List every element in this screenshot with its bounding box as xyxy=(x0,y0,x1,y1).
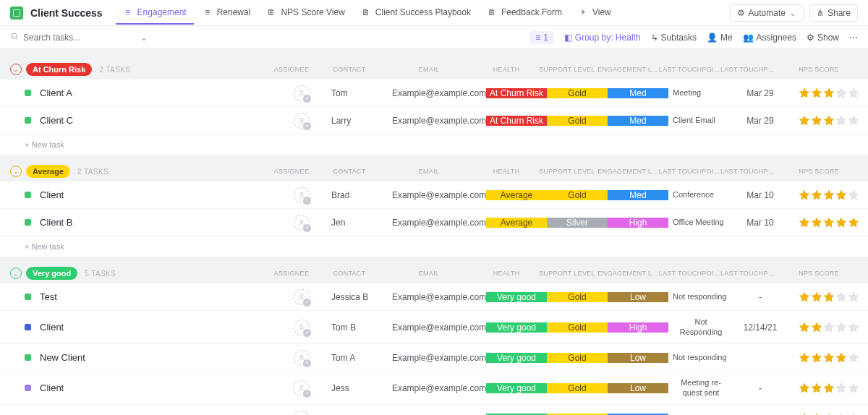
contact-cell[interactable]: Tom xyxy=(327,88,392,98)
task-name[interactable]: Client xyxy=(40,382,276,393)
assignee-cell[interactable] xyxy=(276,350,327,366)
engagement-cell[interactable]: Med xyxy=(608,88,668,98)
task-name[interactable]: New Client xyxy=(40,352,276,363)
email-cell[interactable]: Example@example.com xyxy=(392,322,486,333)
nps-cell[interactable] xyxy=(790,291,868,303)
column-header[interactable]: ENGAGEMENT L... xyxy=(597,168,658,175)
column-header[interactable]: CONTACT xyxy=(317,66,382,73)
support-cell[interactable]: Gold xyxy=(547,88,608,98)
column-header[interactable]: NPS SCORE xyxy=(780,66,858,73)
automate-button[interactable]: ⚙ Automate ⌄ xyxy=(730,4,804,22)
column-header[interactable]: SUPPORT LEVEL xyxy=(537,66,597,73)
touchpoint-cell[interactable]: Meeting re-quest sent xyxy=(668,378,731,397)
email-cell[interactable]: Example@example.com xyxy=(392,353,486,363)
task-name[interactable]: Test xyxy=(40,291,276,302)
touchpoint-cell[interactable]: Client Email xyxy=(668,116,731,125)
touchpoint-date-cell[interactable]: Mar 10 xyxy=(731,190,790,200)
touchpoint-cell[interactable]: Not Responding xyxy=(668,317,731,336)
touchpoint-date-cell[interactable]: Mar 29 xyxy=(731,88,790,98)
nps-cell[interactable] xyxy=(790,189,868,201)
column-header[interactable]: CONTACT xyxy=(317,270,382,277)
tab-client-success-playbook[interactable]: 🗎Client Success Playbook xyxy=(354,1,478,25)
nps-cell[interactable] xyxy=(790,413,868,416)
task-row[interactable]: Test Jessica B Example@example.com Very … xyxy=(0,283,868,311)
health-cell[interactable]: Very good xyxy=(486,322,547,333)
status-square[interactable] xyxy=(25,192,31,198)
support-cell[interactable]: Gold xyxy=(547,116,608,126)
health-cell[interactable]: At Churn Risk xyxy=(486,116,547,126)
tab-feedback-form[interactable]: 🗎Feedback Form xyxy=(480,1,569,25)
health-cell[interactable]: Very good xyxy=(486,383,547,393)
column-header[interactable]: HEALTH xyxy=(476,270,537,277)
column-header[interactable]: LAST TOUCHPOI... xyxy=(658,270,720,277)
nps-cell[interactable] xyxy=(790,382,868,394)
more-button[interactable]: ⋯ xyxy=(849,33,858,43)
task-row[interactable]: Client Tom B Example@example.com Very go… xyxy=(0,311,868,344)
task-row[interactable]: Client A Tom Example@example.com At Chur… xyxy=(0,80,868,107)
status-square[interactable] xyxy=(25,219,31,226)
health-cell[interactable]: Very good xyxy=(486,292,547,302)
column-header[interactable]: LAST TOUCHPOI... xyxy=(720,168,780,175)
touchpoint-cell[interactable]: Conference xyxy=(668,190,731,200)
group-badge[interactable]: At Churn Risk xyxy=(26,63,92,76)
touchpoint-cell[interactable]: Office Meeting xyxy=(668,218,731,227)
new-task-button[interactable]: + New task xyxy=(0,134,868,155)
column-header[interactable]: ASSIGNEE xyxy=(266,66,317,73)
tab-renewal[interactable]: ≡Renewal xyxy=(195,1,258,25)
touchpoint-cell[interactable]: Not responding xyxy=(668,353,731,362)
health-cell[interactable]: Very good xyxy=(486,353,547,363)
email-cell[interactable]: Example@example.com xyxy=(392,383,486,393)
task-row[interactable]: Client Stef Example@example.com Very goo… xyxy=(0,405,868,415)
me-button[interactable]: 👤 Me xyxy=(707,33,733,43)
assignee-cell[interactable] xyxy=(276,289,327,305)
task-name[interactable]: Client B xyxy=(40,217,276,228)
new-task-button[interactable]: + New task xyxy=(0,236,868,257)
assignee-cell[interactable] xyxy=(276,113,327,129)
task-name[interactable]: Client A xyxy=(40,87,276,98)
collapse-toggle[interactable]: ⌄ xyxy=(10,268,22,279)
nps-cell[interactable] xyxy=(790,87,868,99)
nps-cell[interactable] xyxy=(790,352,868,364)
column-header[interactable]: ENGAGEMENT L... xyxy=(597,66,658,73)
search-input[interactable] xyxy=(23,33,132,43)
engagement-cell[interactable]: High xyxy=(608,322,668,333)
engagement-cell[interactable]: Med xyxy=(608,116,668,126)
support-cell[interactable]: Gold xyxy=(547,322,608,333)
task-row[interactable]: Client Brad Example@example.com Average … xyxy=(0,181,868,209)
status-square[interactable] xyxy=(25,385,31,391)
email-cell[interactable]: Example@example.com xyxy=(392,292,486,302)
share-button[interactable]: ⋔ Share xyxy=(809,4,858,22)
column-header[interactable]: ASSIGNEE xyxy=(266,270,317,277)
assignee-avatar-empty[interactable] xyxy=(294,380,310,396)
tab-nps-score-view[interactable]: 🗎NPS Score View xyxy=(259,1,352,25)
column-header[interactable]: SUPPORT LEVEL xyxy=(537,270,597,277)
task-name[interactable]: Client xyxy=(40,322,276,333)
column-header[interactable]: CONTACT xyxy=(317,168,382,175)
contact-cell[interactable]: Brad xyxy=(327,190,392,200)
health-cell[interactable]: Average xyxy=(486,218,547,228)
column-header[interactable]: ENGAGEMENT L... xyxy=(597,270,658,277)
assignee-avatar-empty[interactable] xyxy=(294,320,310,335)
status-square[interactable] xyxy=(25,324,31,330)
show-button[interactable]: ⚙ Show xyxy=(807,33,839,43)
touchpoint-date-cell[interactable]: Mar 10 xyxy=(731,218,790,228)
email-cell[interactable]: Example@example.com xyxy=(392,218,486,228)
collapse-toggle[interactable]: ⌄ xyxy=(10,64,22,75)
engagement-cell[interactable]: Low xyxy=(608,353,668,363)
nps-cell[interactable] xyxy=(790,115,868,127)
filter-pill[interactable]: ≡ 1 xyxy=(529,31,554,44)
health-cell[interactable]: At Churn Risk xyxy=(486,88,547,98)
health-cell[interactable]: Average xyxy=(486,190,547,200)
assignee-avatar-empty[interactable] xyxy=(294,85,310,101)
assignee-avatar-empty[interactable] xyxy=(294,187,310,203)
engagement-cell[interactable]: Med xyxy=(608,190,668,200)
assignee-cell[interactable] xyxy=(276,215,327,231)
task-row[interactable]: New Client Tom A Example@example.com Ver… xyxy=(0,344,868,372)
support-cell[interactable]: Gold xyxy=(547,292,608,302)
status-square[interactable] xyxy=(25,90,31,96)
assignee-avatar-empty[interactable] xyxy=(294,289,310,305)
touchpoint-cell[interactable]: Not responding xyxy=(668,292,731,301)
status-square[interactable] xyxy=(25,117,31,124)
email-cell[interactable]: Example@example.com xyxy=(392,116,486,126)
column-header[interactable]: HEALTH xyxy=(476,168,537,175)
